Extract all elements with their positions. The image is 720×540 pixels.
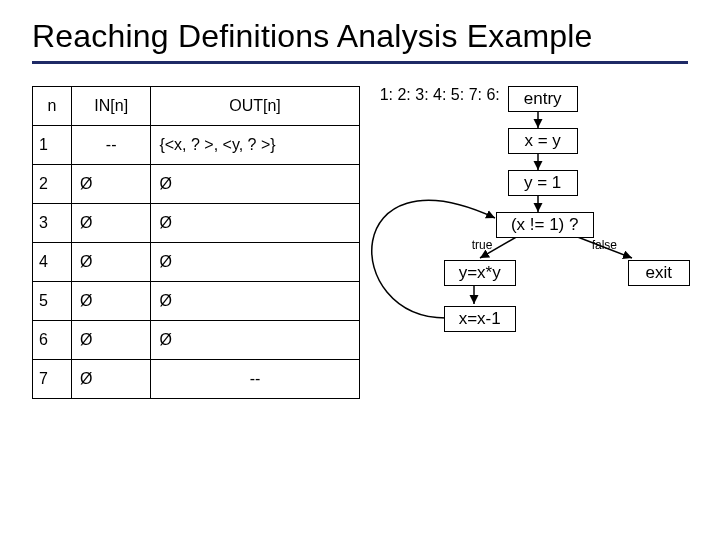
table-row: 7 Ø --	[33, 360, 360, 399]
cell-in: Ø	[72, 165, 151, 204]
cell-in: Ø	[72, 321, 151, 360]
cell-n: 7	[33, 360, 72, 399]
table-row: 3 Ø Ø	[33, 204, 360, 243]
cell-in: Ø	[72, 360, 151, 399]
cell-n: 2	[33, 165, 72, 204]
cell-in: Ø	[72, 204, 151, 243]
table-row: 2 Ø Ø	[33, 165, 360, 204]
cell-n: 4	[33, 243, 72, 282]
node-4-box: (x != 1) ?	[496, 212, 594, 238]
node-7-box: exit	[628, 260, 690, 286]
col-out: OUT[n]	[151, 87, 359, 126]
table-header-row: n IN[n] OUT[n]	[33, 87, 360, 126]
cell-n: 6	[33, 321, 72, 360]
table-row: 5 Ø Ø	[33, 282, 360, 321]
cell-out: Ø	[151, 282, 359, 321]
node-1-box: entry	[508, 86, 578, 112]
cfg-diagram: 1: entry 2: x = y 3: y = 1 4: (x != 1) ?…	[380, 86, 688, 446]
edge-true-label: true	[472, 238, 493, 252]
cell-in: Ø	[72, 243, 151, 282]
cell-n: 3	[33, 204, 72, 243]
col-n: n	[33, 87, 72, 126]
title-rule	[32, 61, 688, 64]
cell-in: --	[72, 126, 151, 165]
cell-n: 5	[33, 282, 72, 321]
node-3-box: y = 1	[508, 170, 578, 196]
table-row: 1 -- {<x, ? >, <y, ? >}	[33, 126, 360, 165]
cell-in: Ø	[72, 282, 151, 321]
content-row: n IN[n] OUT[n] 1 -- {<x, ? >, <y, ? >} 2…	[32, 86, 688, 446]
cell-out: Ø	[151, 165, 359, 204]
node-5-box: y=x*y	[444, 260, 516, 286]
cell-out: --	[151, 360, 359, 399]
edge-false-label: false	[592, 238, 617, 252]
page-title: Reaching Definitions Analysis Example	[32, 18, 688, 55]
cell-out: Ø	[151, 204, 359, 243]
node-6-box: x=x-1	[444, 306, 516, 332]
cell-out: {<x, ? >, <y, ? >}	[151, 126, 359, 165]
cell-out: Ø	[151, 243, 359, 282]
table-row: 4 Ø Ø	[33, 243, 360, 282]
table-row: 6 Ø Ø	[33, 321, 360, 360]
cell-out: Ø	[151, 321, 359, 360]
col-in: IN[n]	[72, 87, 151, 126]
node-2-box: x = y	[508, 128, 578, 154]
cell-n: 1	[33, 126, 72, 165]
slide: Reaching Definitions Analysis Example n …	[0, 0, 720, 540]
inout-table: n IN[n] OUT[n] 1 -- {<x, ? >, <y, ? >} 2…	[32, 86, 360, 399]
